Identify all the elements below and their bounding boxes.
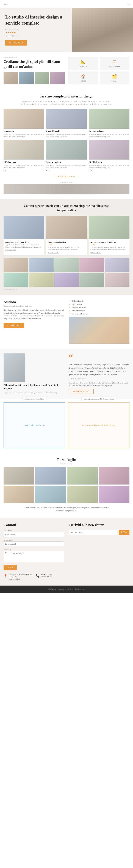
photo-8 [54, 273, 79, 287]
quote-saperne-button[interactable]: SAPERNE DI PIÙ [69, 389, 94, 394]
photo-1 [4, 258, 28, 272]
portafoglio-grid [4, 467, 129, 503]
editor-right-box[interactable]: Click again or double click to start edi… [68, 402, 130, 448]
field-message-input[interactable] [4, 551, 64, 562]
logo: logo [4, 2, 8, 5]
field-name-input[interactable] [4, 532, 64, 537]
card-price-mobili: € 111 [89, 169, 129, 172]
camere-card-size-2: 55 mq [48, 244, 85, 246]
camere-title: Camere straordinarie con un'atmosfera el… [22, 204, 111, 213]
photo-4 [80, 258, 104, 272]
newsletter-send-button[interactable]: INVIA [119, 530, 129, 535]
footer-text: © 2024 Interior Design Studio. Tutti i d… [48, 588, 85, 590]
crediamo-small-img-4 [50, 72, 65, 84]
quote-attribution: — Nomen Nominandum [69, 378, 130, 380]
portafoglio-title: Portafoglio [4, 457, 129, 462]
icon-label-progetto: Progetto [71, 65, 96, 67]
icon-card-progetti: 🗂️ Progetti [100, 71, 130, 85]
camere-card-desc-2: Nella stanza progettata da Sara. Sample … [48, 246, 85, 251]
crediamo-section: Immagine da Freepik Crediamo che gli spa… [0, 52, 133, 89]
saperne-button[interactable]: SAPERNE DI PIÙ [54, 174, 79, 179]
camere-card-title-1: Appartamento – Piano Terra [5, 241, 43, 243]
newsletter-col: Iscriviti alla newsletter INVIA [69, 523, 129, 580]
hero-stars: ★★★★★ [5, 31, 66, 34]
offriamo-para: Sample text. Click to select the text bo… [4, 392, 64, 394]
crediamo-small-img-3 [35, 72, 49, 84]
icon-card-progetto: 📐 Progetto [68, 57, 98, 70]
quote-right-col: “ Penso che un buon designer sia un antr… [69, 353, 130, 394]
card-mobili: Mobili di lusso Sample text. Click to se… [89, 140, 129, 172]
hero-content: Lo studio di interior design a servizio … [0, 8, 72, 52]
servizio-cards-row1: Innovazioni Sample text. Click to select… [4, 109, 129, 138]
check-item-2: ✓ Team creativo [69, 303, 130, 305]
contact-info-row: 📍 La nostra posizione dell'ufficio 12 No… [4, 574, 64, 580]
card-title-spazi: Spazi accoglienti [46, 161, 87, 164]
check-item-5: ✓ Informazioni lo Studio [69, 313, 130, 315]
big-quote-mark: “ [69, 353, 130, 362]
editor-right-hint-text: Click again or double click to start edi… [74, 424, 123, 427]
check-icon-4: ✓ [69, 310, 70, 312]
hero-section: Lo studio di interior design a servizio … [0, 8, 133, 52]
card-visione: La nostra visione Sample text. Click to … [89, 109, 129, 138]
contatti-send-button[interactable]: INVIA [4, 565, 17, 570]
azienda-left-col: Azienda Elementi su fa britis sed nolo n… [4, 300, 64, 344]
card-text-lavori: Sample text. Click to select the text bo… [46, 133, 87, 138]
azienda-subtitle: Elementi su fa britis sed nolo nenit qui… [4, 305, 64, 307]
portafoglio-section: Portafoglio Immagine da Freepik Con espe… [0, 452, 133, 518]
menu-icon[interactable]: ≡ [128, 2, 129, 6]
check-item-3: ✓ Selezione dei progetti [69, 307, 130, 308]
field-email-input[interactable] [4, 541, 64, 547]
hero-title: Lo studio di interior design a servizio … [5, 14, 66, 26]
check-icon-2: ✓ [69, 303, 70, 305]
port-item-7 [67, 486, 98, 503]
check-icon-3: ✓ [69, 307, 70, 308]
servizio-desc: Sample text. Click to select the text bo… [20, 100, 113, 105]
card-title-mobili: Mobili di lusso [89, 161, 129, 164]
camere-card-size-3: 75 mq [90, 244, 128, 246]
photo-6 [4, 273, 28, 287]
contact-field-message: Messaggio [4, 548, 64, 563]
card-lavori: I nostri lavori Sample text. Click to se… [46, 109, 87, 138]
location-icon: 📍 [4, 574, 7, 578]
quote-left-col: Offriamo lavoro in tutte le fasi fino al… [4, 353, 64, 394]
phone-text: +39 000 0000000 [41, 576, 52, 578]
hero-cta-button[interactable]: CONTATTACI [5, 40, 27, 45]
photo-3 [54, 258, 79, 272]
card-title-lavori: I nostri lavori [46, 130, 87, 133]
card-text-ufficio: Sample text. Click to select the text bo… [4, 164, 44, 169]
camere-card-title-2: Camera doppia deluxe [48, 241, 85, 243]
icon-label-progetti: Progetti [102, 80, 127, 82]
newsletter-input[interactable] [69, 530, 117, 535]
azienda-cta-button[interactable]: CONTATTACI [4, 323, 24, 328]
card-title-innovazioni: Innovazioni [4, 130, 44, 133]
quote-section: Offriamo lavoro in tutte le fasi fino al… [0, 349, 133, 399]
card-text-spazi: Sample text. Click to select the text bo… [46, 164, 87, 169]
icon-label-interni: Interni [71, 80, 96, 82]
port-item-8 [99, 486, 129, 503]
servizio-cards-row2: Ufficio a casa Sample text. Click to sel… [4, 140, 129, 172]
check-item-4: ✓ Direzione creativa [69, 310, 130, 312]
editor-left-box[interactable]: Click to select the text box Click to se… [4, 402, 65, 448]
editor-right-tooltip: Click again or double click to start edi… [81, 397, 116, 401]
photo-2 [29, 258, 53, 272]
contact-phone: 📞 Telefono (fisso) +39 000 0000000 [36, 574, 52, 580]
header: logo ≡ [0, 0, 133, 8]
azienda-body: Nam ultrices et in quis sem blandit vulp… [4, 309, 64, 320]
icon-card-pianificazione: 📋 Pianificazione [100, 57, 130, 70]
person-image [4, 353, 25, 382]
azienda-checklist: ✓ Design d'interni ✓ Team creativo ✓ Sel… [69, 300, 130, 315]
card-title-ufficio: Ufficio a casa [4, 161, 44, 164]
card-spazi: Spazi accoglienti Sample text. Click to … [46, 140, 87, 172]
newsletter-title: Iscriviti alla newsletter [69, 523, 129, 527]
camere-card-link-3[interactable]: SCOPRI DI PIÙ [90, 252, 128, 253]
address-text: 12 Nome Via Citta, 00100 Italia [9, 576, 32, 580]
camere-card-link-2[interactable]: SCOPRI DI PIÙ [48, 252, 85, 253]
contact-field-name: Il tuo nome [4, 530, 64, 537]
card-ufficio: Ufficio a casa Sample text. Click to sel… [4, 140, 44, 172]
editor-left-hint-text: Click to select the text box [10, 424, 59, 427]
hero-review: 4.8 from 200+ reviews [5, 35, 66, 37]
camere-card-link-1[interactable]: SCOPRI DI PIÙ [5, 249, 43, 251]
newsletter-row: INVIA [69, 530, 129, 535]
camere-img-label: Immagine da Freepik [4, 288, 129, 290]
crediamo-icons-col: 📐 Progetto 📋 Pianificazione 🏠 Interni 🗂️… [68, 56, 129, 85]
